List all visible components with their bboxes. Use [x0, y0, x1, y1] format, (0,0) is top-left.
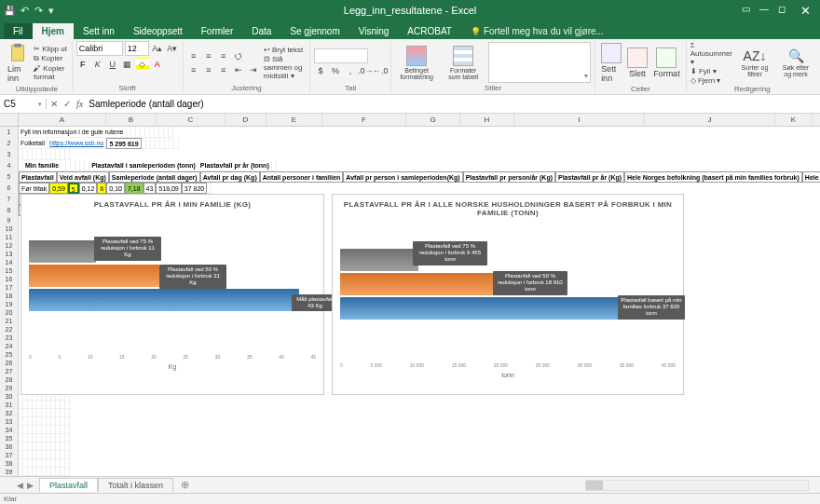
tell-me[interactable]: Fortell meg hva du vil gjøre...	[461, 23, 613, 39]
row-head-22[interactable]: 22	[0, 325, 19, 334]
cell-B4[interactable]: Min familie	[23, 160, 62, 171]
ribbon-options-icon[interactable]: ▭	[742, 4, 750, 18]
cell-A1[interactable]: Fyll inn informasjon i de gule rutene	[19, 127, 127, 138]
align-bot-icon[interactable]: ≡	[217, 49, 230, 62]
enter-icon[interactable]: ✓	[63, 99, 71, 109]
col-I[interactable]: I	[514, 114, 645, 126]
row-head-24[interactable]: 24	[0, 342, 19, 350]
horizontal-scrollbar[interactable]	[585, 480, 809, 491]
font-name-select[interactable]	[76, 41, 123, 56]
cell-B2[interactable]: https://www.ssb.no	[48, 138, 106, 149]
row-head-2[interactable]: 2	[0, 138, 19, 149]
cell-J4[interactable]: Plastavfall pr år (tonn)	[198, 160, 272, 171]
fx-icon[interactable]: fx	[76, 99, 83, 109]
row-head-6[interactable]: 6	[0, 183, 19, 194]
cell-F6[interactable]: 0,10	[106, 183, 125, 194]
row-head-23[interactable]: 23	[0, 334, 19, 342]
sheet-nav-prev-icon[interactable]: ◀	[17, 481, 23, 490]
add-sheet-button[interactable]: ⊕	[173, 477, 197, 493]
copy-button[interactable]: ⧉ Kopier	[34, 54, 68, 63]
cell-K1[interactable]	[169, 127, 173, 138]
cut-button[interactable]: ✂ Klipp ut	[34, 45, 68, 53]
cell-E5[interactable]: Antall personer i familien	[260, 171, 344, 183]
chart-family[interactable]: PLASTAVFALL PR ÅR I MIN FAMILIE (KG) Pla…	[20, 194, 324, 395]
indent-inc-icon[interactable]: ⇥	[247, 63, 260, 76]
cell-H5[interactable]: Plastavfall pr år (Kg)	[555, 171, 624, 183]
sheet-nav-next-icon[interactable]: ▶	[27, 481, 34, 490]
cell-K39[interactable]	[65, 468, 70, 476]
row-head-10[interactable]: 10	[0, 225, 19, 233]
font-size-select[interactable]	[125, 41, 149, 56]
cell-B5[interactable]: Veid avfall (Kg)	[57, 171, 109, 183]
merge-center-button[interactable]: ⊟ Slå sammen og midtstill ▾	[264, 55, 306, 80]
autosum-button[interactable]: Σ Autosummer ▾	[690, 41, 732, 66]
wrap-text-button[interactable]: ↩ Bryt tekst	[264, 46, 306, 54]
tab-layout[interactable]: Sideoppsett	[124, 23, 192, 39]
row-head-30[interactable]: 30	[0, 392, 19, 401]
col-E[interactable]: E	[266, 114, 322, 126]
cell-F5[interactable]: Avfall pr person i samleperioden(Kg)	[343, 171, 462, 183]
align-right-icon[interactable]: ≡	[217, 63, 230, 76]
row-head-37[interactable]: 37	[0, 451, 19, 459]
row-head-9[interactable]: 9	[0, 216, 19, 225]
cell-J5[interactable]: Hele Norges befolkning (basert på min fa…	[802, 171, 820, 183]
row-head-26[interactable]: 26	[0, 359, 19, 367]
row-head-28[interactable]: 28	[0, 375, 19, 384]
align-left-icon[interactable]: ≡	[187, 63, 200, 76]
cell-K4[interactable]	[272, 160, 277, 171]
format-as-table-button[interactable]: Formater som tabell	[442, 44, 485, 82]
sheet-tab-active[interactable]: Plastavfall	[39, 478, 98, 492]
row-head-17[interactable]: 17	[0, 283, 19, 292]
number-format-select[interactable]	[314, 48, 368, 63]
cell-styles-gallery[interactable]	[488, 42, 591, 83]
cell-K36[interactable]	[65, 443, 70, 451]
cell-K3[interactable]	[65, 149, 70, 160]
cell-K31[interactable]	[65, 401, 70, 409]
cell-K34[interactable]	[65, 426, 70, 434]
row-head-11[interactable]: 11	[0, 233, 19, 241]
cell-D5[interactable]: Avfall pr dag (Kg)	[200, 171, 260, 183]
cell-C6[interactable]: 5	[68, 183, 79, 194]
row-head-12[interactable]: 12	[0, 241, 19, 250]
paste-button[interactable]: Lim inn	[6, 41, 30, 85]
row-head-7[interactable]: 7	[0, 194, 19, 205]
col-D[interactable]: D	[226, 114, 266, 126]
close-icon[interactable]: ✕	[795, 4, 816, 18]
row-head-19[interactable]: 19	[0, 300, 19, 308]
sheet-tab-other[interactable]: Totalt i klassen	[98, 478, 173, 492]
dec-decimal-icon[interactable]: ←.0	[374, 64, 387, 77]
row-head-5[interactable]: 5	[0, 171, 19, 183]
fill-color-icon[interactable]: ◇	[136, 58, 149, 71]
decrease-font-icon[interactable]: A▾	[166, 42, 179, 55]
row-head-38[interactable]: 38	[0, 459, 19, 468]
row-head-36[interactable]: 36	[0, 443, 19, 451]
row-head-35[interactable]: 35	[0, 434, 19, 443]
row-head-3[interactable]: 3	[0, 149, 19, 160]
row-head-18[interactable]: 18	[0, 292, 19, 300]
row-head-21[interactable]: 21	[0, 317, 19, 325]
col-K[interactable]: K	[775, 114, 813, 126]
tab-data[interactable]: Data	[242, 23, 280, 39]
formula-input[interactable]: Samleperiode (antall dager)	[89, 99, 203, 109]
tab-home[interactable]: Hjem	[33, 23, 74, 39]
col-J[interactable]: J	[645, 114, 775, 126]
row-head-29[interactable]: 29	[0, 384, 19, 392]
col-B[interactable]: B	[106, 114, 157, 126]
conditional-format-button[interactable]: Betinget formatering	[395, 44, 438, 82]
cell-K2[interactable]	[174, 138, 179, 149]
row-head-14[interactable]: 14	[0, 258, 19, 266]
row-head-20[interactable]: 20	[0, 308, 19, 317]
border-icon[interactable]: ▦	[121, 58, 134, 71]
cell-B6[interactable]: 0,59	[49, 183, 68, 194]
row-head-25[interactable]: 25	[0, 350, 19, 359]
tab-view[interactable]: Visning	[349, 23, 399, 39]
select-all-corner[interactable]	[0, 114, 19, 126]
tab-formulas[interactable]: Formler	[192, 23, 242, 39]
format-painter-button[interactable]: 🖌 Kopier format	[34, 64, 68, 81]
cell-J6[interactable]: 37 820	[182, 183, 207, 194]
bold-button[interactable]: F	[76, 58, 89, 71]
cell-C2[interactable]: 5 295 619	[106, 138, 141, 149]
qat-customize-icon[interactable]: ▾	[48, 5, 54, 17]
increase-font-icon[interactable]: A▴	[151, 42, 164, 55]
row-head-16[interactable]: 16	[0, 275, 19, 283]
